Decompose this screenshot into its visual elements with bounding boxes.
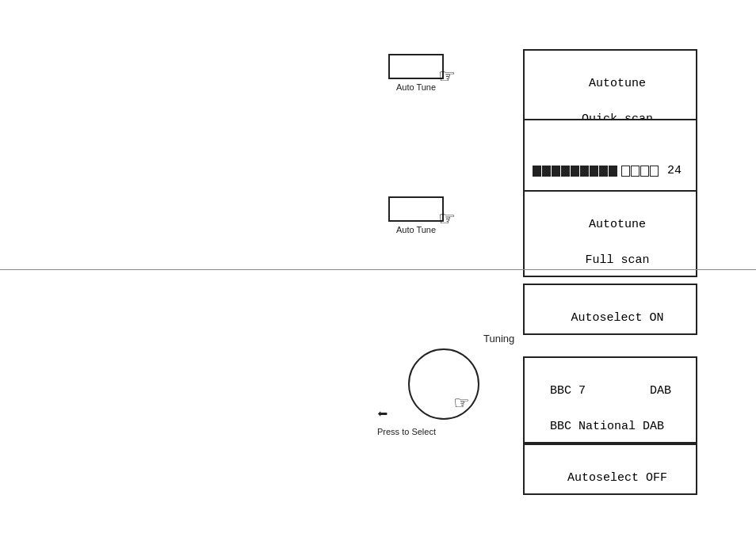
autoselect-off-text: Autoselect OFF [567,471,667,485]
autoselect-off-lcd: Autoselect OFF [523,444,697,495]
autotune2-lcd: Autotune Full scan [523,190,697,277]
autotune1-button[interactable] [388,54,444,79]
autoselect-on-text: Autoselect ON [571,311,663,325]
autotune2-lcd-line2: Full scan [586,253,650,267]
back-icon: ⬅ [377,405,388,425]
autotune2-label: Auto Tune [396,225,436,234]
tuning-label: Tuning [483,333,514,345]
autotune2-lcd-line1: Autotune [589,218,646,231]
section-divider [0,269,756,270]
autoselect-on-lcd: Autoselect ON [523,284,697,335]
station-line2: BBC National DAB [550,420,664,433]
progress-count: 24 [667,162,682,181]
station-lcd: BBC 7 DAB BBC National DAB [523,356,697,444]
station-line1: BBC 7 DAB [550,384,671,398]
autotune1-lcd-line1: Autotune [589,77,646,90]
press-select-area: ⬅ Press to Select [377,404,436,436]
autotune1-label: Auto Tune [396,82,436,92]
press-select-label: Press to Select [377,427,436,436]
hand1-icon: ☞ [440,62,454,91]
hand3-icon: ☞ [455,390,468,417]
empty-block [621,166,659,177]
autotune2-area: Auto Tune [388,196,444,234]
hand2-icon: ☞ [440,204,454,234]
autotune2-button[interactable] [388,196,444,222]
autotune1-area: Auto Tune [388,54,444,92]
filled-block [533,166,618,177]
progress-bar-row: 24 [533,162,688,181]
